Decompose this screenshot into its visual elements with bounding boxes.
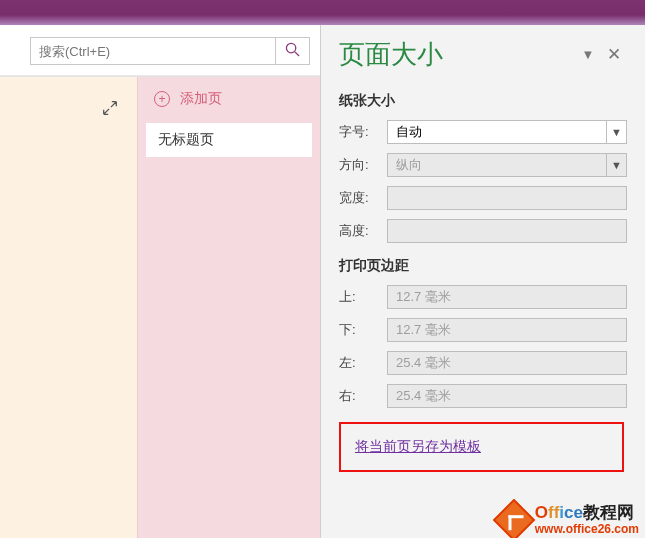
expand-icon[interactable] <box>101 99 119 122</box>
margin-top-input: 12.7 毫米 <box>387 285 627 309</box>
search-field[interactable] <box>30 37 310 65</box>
paper-size-header: 纸张大小 <box>339 92 627 110</box>
margin-right-value: 25.4 毫米 <box>388 387 459 405</box>
page-size-pane: 页面大小 ▼ ✕ 纸张大小 字号: 自动 ▼ 方向: 纵向 ▼ 宽度: <box>320 25 645 538</box>
margin-left-value: 25.4 毫米 <box>388 354 459 372</box>
search-button[interactable] <box>275 38 309 64</box>
margin-right-label: 右: <box>339 387 387 405</box>
pane-menu-button[interactable]: ▼ <box>575 47 601 62</box>
svg-line-1 <box>295 51 299 55</box>
save-as-template-link[interactable]: 将当前页另存为模板 <box>355 438 481 454</box>
watermark: Office教程网 www.office26.com <box>499 504 639 536</box>
plus-circle-icon: + <box>154 91 170 107</box>
page-item[interactable]: 无标题页 <box>146 123 312 157</box>
chevron-down-icon: ▼ <box>582 47 595 62</box>
width-label: 宽度: <box>339 189 387 207</box>
margin-top-label: 上: <box>339 288 387 306</box>
width-input <box>387 186 627 210</box>
page-list: + 添加页 无标题页 <box>137 77 320 538</box>
note-canvas[interactable] <box>0 77 137 538</box>
margin-bottom-label: 下: <box>339 321 387 339</box>
height-label: 高度: <box>339 222 387 240</box>
size-label: 字号: <box>339 123 387 141</box>
chevron-down-icon: ▼ <box>606 121 626 143</box>
save-template-highlight: 将当前页另存为模板 <box>339 422 624 472</box>
office-logo-icon <box>493 499 535 538</box>
size-select[interactable]: 自动 ▼ <box>387 120 627 144</box>
margin-right-input: 25.4 毫米 <box>387 384 627 408</box>
search-row <box>0 25 320 76</box>
margin-left-label: 左: <box>339 354 387 372</box>
margin-header: 打印页边距 <box>339 257 627 275</box>
margin-top-value: 12.7 毫米 <box>388 288 459 306</box>
svg-point-0 <box>286 43 295 52</box>
height-input <box>387 219 627 243</box>
pane-title: 页面大小 <box>339 37 575 72</box>
close-icon: ✕ <box>607 45 621 64</box>
chevron-down-icon: ▼ <box>606 154 626 176</box>
watermark-url: www.office26.com <box>535 523 639 536</box>
orientation-label: 方向: <box>339 156 387 174</box>
margin-bottom-input: 12.7 毫米 <box>387 318 627 342</box>
orientation-value: 纵向 <box>388 156 430 174</box>
pane-close-button[interactable]: ✕ <box>601 44 627 65</box>
add-page-button[interactable]: + 添加页 <box>138 77 320 121</box>
page-item-title: 无标题页 <box>158 131 214 147</box>
size-value: 自动 <box>388 123 430 141</box>
search-input[interactable] <box>31 44 275 59</box>
margin-bottom-value: 12.7 毫米 <box>388 321 459 339</box>
orientation-select: 纵向 ▼ <box>387 153 627 177</box>
search-icon <box>285 42 300 61</box>
add-page-label: 添加页 <box>180 90 222 108</box>
title-bar <box>0 0 645 25</box>
watermark-brand: Office教程网 <box>535 504 639 523</box>
margin-left-input: 25.4 毫米 <box>387 351 627 375</box>
